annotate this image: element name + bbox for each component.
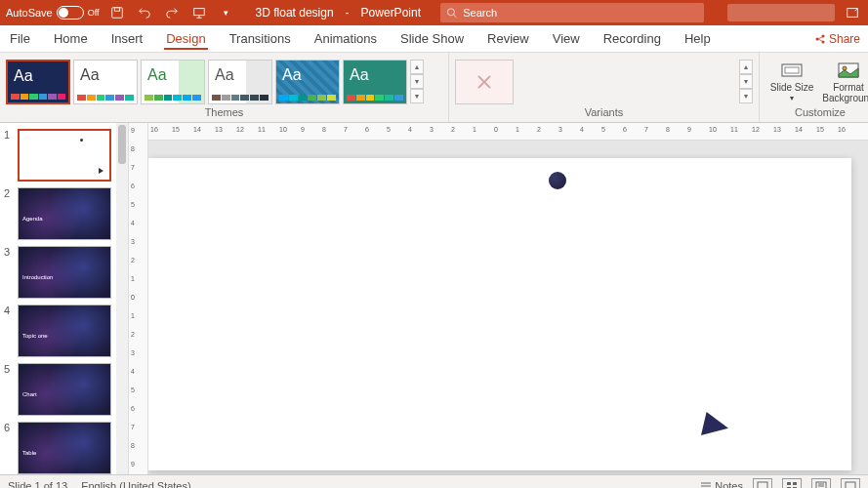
- autosave-label: AutoSave: [6, 7, 53, 19]
- ruler-tick: 11: [730, 126, 738, 133]
- format-background-button[interactable]: Format Background: [822, 61, 868, 103]
- slideshow-view-button[interactable]: [841, 478, 860, 489]
- slide-number: 2: [4, 187, 14, 240]
- tab-transitions[interactable]: Transitions: [227, 27, 293, 50]
- title-separator: -: [346, 6, 350, 20]
- slide-thumbnail[interactable]: Agenda: [18, 187, 111, 240]
- slide-item[interactable]: 1: [0, 123, 128, 182]
- undo-button[interactable]: [135, 3, 154, 22]
- slide-title-label: Agenda: [22, 216, 43, 222]
- tab-slideshow[interactable]: Slide Show: [398, 27, 466, 50]
- tab-recording[interactable]: Recording: [601, 27, 663, 50]
- notes-icon: [700, 481, 712, 489]
- ruler-tick: 1: [131, 312, 135, 319]
- slide-item[interactable]: 2Agenda: [0, 182, 128, 240]
- normal-view-button[interactable]: [753, 478, 772, 489]
- slide-item[interactable]: 6Table: [0, 416, 128, 474]
- redo-button[interactable]: [162, 3, 182, 22]
- search-box[interactable]: [440, 3, 704, 22]
- theme-thumb[interactable]: Aa: [208, 60, 272, 104]
- ruler-tick: 3: [131, 349, 135, 356]
- notes-button[interactable]: Notes: [700, 480, 743, 489]
- theme-thumb[interactable]: Aa: [343, 60, 407, 104]
- notes-label: Notes: [715, 480, 743, 489]
- ruler-tick: 5: [601, 126, 605, 133]
- slide-item[interactable]: 4Topic one: [0, 299, 128, 357]
- theme-swatch: [212, 95, 269, 101]
- slide-counter[interactable]: Slide 1 of 13: [8, 480, 67, 489]
- theme-thumb[interactable]: Aa: [141, 60, 205, 104]
- theme-thumb[interactable]: Aa: [275, 60, 340, 104]
- share-icon: [814, 33, 826, 45]
- chevron-down-icon: ▾: [790, 95, 794, 103]
- tab-animations[interactable]: Animations: [312, 27, 379, 50]
- ruler-tick: 9: [687, 126, 691, 133]
- slide-item[interactable]: 5Chart: [0, 357, 128, 416]
- themes-scroll-up[interactable]: ▴: [410, 60, 424, 74]
- ruler-tick: 7: [131, 164, 135, 171]
- tab-view[interactable]: View: [551, 27, 582, 50]
- shape-circle[interactable]: [549, 172, 566, 189]
- account-area[interactable]: [727, 4, 835, 21]
- themes-scroll-down[interactable]: ▾: [410, 74, 424, 89]
- shape-triangle[interactable]: [701, 412, 728, 435]
- app-name: PowerPoint: [361, 6, 421, 20]
- present-button[interactable]: [189, 3, 209, 22]
- tab-home[interactable]: Home: [52, 27, 90, 50]
- tab-insert[interactable]: Insert: [109, 27, 145, 50]
- ruler-tick: 16: [150, 126, 158, 133]
- tab-file[interactable]: File: [8, 27, 32, 50]
- slide-thumbnail-panel[interactable]: 12Agenda3Introduction4Topic one5Chart6Ta…: [0, 123, 129, 474]
- slide-title-label: Table: [22, 450, 36, 456]
- ruler-tick: 5: [131, 201, 135, 208]
- horizontal-ruler: 1615141312111098765432101234567891011121…: [148, 123, 868, 141]
- theme-swatch: [347, 95, 403, 101]
- ruler-tick: 3: [558, 126, 562, 133]
- share-button[interactable]: Share: [814, 32, 860, 46]
- slide-size-button[interactable]: Slide Size ▾: [765, 61, 818, 103]
- save-button[interactable]: [107, 3, 127, 22]
- slide-thumbnail[interactable]: Chart: [18, 363, 111, 416]
- autosave-state: Off: [88, 8, 100, 18]
- autosave-toggle[interactable]: AutoSave Off: [6, 6, 100, 20]
- tab-review[interactable]: Review: [485, 27, 531, 50]
- themes-expand[interactable]: ▾: [410, 89, 424, 103]
- svg-rect-13: [787, 482, 791, 485]
- variants-expand[interactable]: ▾: [739, 89, 753, 103]
- slide-thumbnail[interactable]: Introduction: [18, 246, 111, 299]
- variants-scroll-up[interactable]: ▴: [739, 60, 753, 74]
- share-label: Share: [829, 32, 860, 46]
- svg-rect-1: [114, 8, 119, 12]
- reading-view-button[interactable]: [811, 478, 831, 489]
- slide-item[interactable]: 3Introduction: [0, 240, 128, 299]
- ruler-tick: 4: [580, 126, 584, 133]
- tab-help[interactable]: Help: [682, 27, 713, 50]
- theme-thumb[interactable]: Aa: [73, 60, 138, 104]
- sorter-view-button[interactable]: [782, 478, 802, 489]
- slide-thumbnail[interactable]: Table: [18, 422, 111, 474]
- tab-design[interactable]: Design: [164, 27, 207, 50]
- variants-scroll-down[interactable]: ▾: [739, 74, 753, 89]
- theme-aa-label: Aa: [215, 66, 234, 84]
- variant-thumb[interactable]: [455, 60, 514, 104]
- ribbon-display-button[interactable]: [843, 3, 862, 22]
- ruler-tick: 1: [131, 275, 135, 282]
- ruler-tick: 4: [131, 368, 135, 375]
- search-input[interactable]: [463, 7, 698, 19]
- ruler-tick: 10: [709, 126, 717, 133]
- thumbnail-scrollbar[interactable]: [116, 123, 128, 474]
- theme-swatch: [279, 95, 336, 101]
- slide-thumbnail[interactable]: [18, 129, 111, 182]
- svg-rect-17: [816, 482, 826, 489]
- ruler-tick: 2: [131, 257, 135, 264]
- ruler-tick: 10: [279, 126, 287, 133]
- theme-thumb[interactable]: Aa: [6, 60, 70, 104]
- slide-number: 3: [4, 246, 14, 299]
- canvas-area[interactable]: [148, 141, 868, 474]
- language-indicator[interactable]: English (United States): [81, 480, 191, 489]
- qat-dropdown-icon[interactable]: ▾: [217, 3, 236, 22]
- slide-thumbnail[interactable]: Topic one: [18, 305, 111, 357]
- svg-rect-14: [793, 482, 797, 485]
- slide-number: 4: [4, 305, 14, 357]
- slide-canvas[interactable]: [148, 158, 851, 470]
